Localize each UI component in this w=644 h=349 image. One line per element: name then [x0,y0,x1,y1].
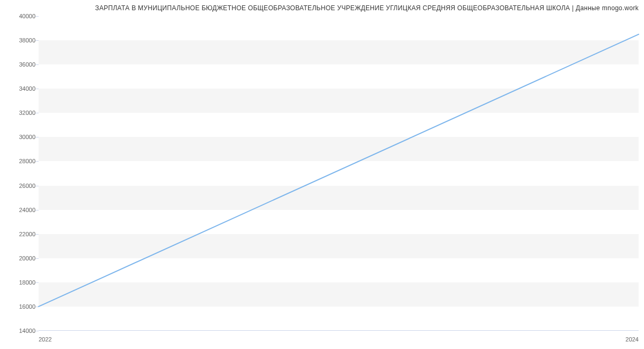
y-tick-label: 14000 [19,328,35,334]
y-tick-mark [35,331,39,331]
x-tick-label: 2024 [626,336,639,343]
y-tick-label: 36000 [19,61,35,68]
y-tick-label: 16000 [19,303,35,310]
y-axis: 1400016000180002000022000240002600028000… [0,16,35,331]
chart-line-svg [39,16,639,331]
plot-area [39,16,639,331]
y-tick-label: 30000 [19,134,35,140]
y-tick-label: 26000 [19,183,35,189]
y-tick-label: 28000 [19,158,35,164]
x-tick-label: 2022 [39,336,52,343]
y-tick-label: 40000 [19,13,35,19]
chart-title: ЗАРПЛАТА В МУНИЦИПАЛЬНОЕ БЮДЖЕТНОЕ ОБЩЕО… [0,0,644,14]
y-tick-label: 34000 [19,85,35,92]
y-tick-label: 22000 [19,231,35,237]
y-tick-label: 38000 [19,37,35,43]
y-tick-label: 24000 [19,207,35,213]
x-axis: 20222024 [39,333,639,349]
chart-container: ЗАРПЛАТА В МУНИЦИПАЛЬНОЕ БЮДЖЕТНОЕ ОБЩЕО… [0,0,644,349]
y-tick-label: 32000 [19,110,35,116]
y-tick-label: 18000 [19,279,35,286]
data-line [39,34,639,307]
y-tick-label: 20000 [19,255,35,261]
